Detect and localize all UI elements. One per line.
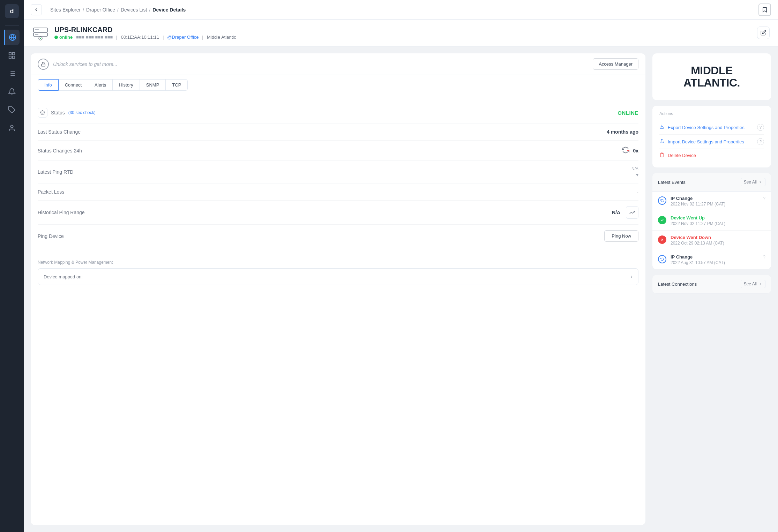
device-ip-masked: ■■■ ■■■ ■■■ ■■■ bbox=[76, 35, 113, 40]
svg-rect-2 bbox=[9, 53, 11, 55]
sidebar-item-boxes[interactable] bbox=[4, 48, 20, 63]
tab-tcp[interactable]: TCP bbox=[166, 79, 188, 91]
app-logo: d bbox=[5, 4, 19, 18]
historical-ping-row: Historical Ping Range N/A bbox=[38, 201, 638, 225]
device-location[interactable]: @Draper Office bbox=[167, 35, 199, 40]
svg-rect-5 bbox=[9, 56, 11, 58]
unlock-banner: Unlock services to get more... Access Ma… bbox=[31, 53, 645, 75]
event-item-2: Device Went Up 2022 Nov 02 11:27 PM (CAT… bbox=[652, 211, 771, 231]
rtd-na-label: N/A bbox=[631, 166, 638, 171]
see-all-label: See All bbox=[744, 180, 757, 185]
breadcrumb-devices[interactable]: Devices List bbox=[121, 7, 147, 13]
event-time-4: 2022 Aug 31 10:57 AM (CAT) bbox=[671, 260, 759, 265]
info-section: Status (30 sec check) ONLINE Last Status… bbox=[31, 95, 645, 254]
event-time-3: 2022 Oct 29 02:13 AM (CAT) bbox=[671, 241, 765, 246]
svg-point-13 bbox=[10, 125, 13, 128]
svg-point-19 bbox=[40, 38, 41, 39]
ping-now-button[interactable]: Ping Now bbox=[604, 230, 638, 242]
event-name-3: Device Went Down bbox=[671, 235, 765, 240]
events-see-all-button[interactable]: See All bbox=[741, 178, 765, 186]
download-icon bbox=[659, 124, 665, 130]
bookmark-button[interactable] bbox=[758, 3, 771, 16]
packet-loss-value: - bbox=[637, 189, 638, 195]
status-row: Status (30 sec check) ONLINE bbox=[38, 102, 638, 123]
connections-card: Latest Connections See All bbox=[652, 275, 771, 293]
breadcrumb-sites[interactable]: Sites Explorer bbox=[50, 7, 81, 13]
sidebar-item-user[interactable] bbox=[4, 120, 20, 136]
connections-title: Latest Connections bbox=[658, 282, 697, 287]
packet-loss-label: Packet Loss bbox=[38, 189, 637, 195]
delete-action[interactable]: Delete Device bbox=[659, 149, 764, 162]
right-panel: MIDDLE ATLANTIC. Actions Export Device bbox=[652, 53, 771, 525]
event-content-3: Device Went Down 2022 Oct 29 02:13 AM (C… bbox=[671, 235, 765, 246]
sidebar-item-globe[interactable] bbox=[4, 30, 20, 45]
event-content-4: IP Change 2022 Aug 31 10:57 AM (CAT) bbox=[671, 254, 759, 265]
event-content-2: Device Went Up 2022 Nov 02 11:27 PM (CAT… bbox=[671, 215, 765, 226]
export-help-icon[interactable]: ? bbox=[757, 124, 764, 131]
content-area: Unlock services to get more... Access Ma… bbox=[24, 46, 778, 532]
tab-connect[interactable]: Connect bbox=[59, 79, 88, 91]
export-label: Export Device Settings and Properties bbox=[668, 125, 754, 130]
import-action[interactable]: Import Device Settings and Properties ? bbox=[659, 135, 764, 149]
separator3: | bbox=[202, 35, 203, 40]
tab-snmp[interactable]: SNMP bbox=[140, 79, 166, 91]
historical-ping-label: Historical Ping Range bbox=[38, 210, 612, 215]
event-item-3: Device Went Down 2022 Oct 29 02:13 AM (C… bbox=[652, 231, 771, 250]
event-item-4: IP Change 2022 Aug 31 10:57 AM (CAT) ? bbox=[652, 250, 771, 269]
ping-rtd-value: N/A ▾ bbox=[631, 166, 638, 178]
actions-title: Actions bbox=[659, 111, 764, 116]
events-card: Latest Events See All bbox=[652, 173, 771, 269]
upload-icon bbox=[659, 138, 665, 145]
packet-loss-row: Packet Loss - bbox=[38, 183, 638, 201]
historical-ping-na: N/A bbox=[612, 210, 620, 215]
edit-device-button[interactable] bbox=[757, 27, 770, 39]
event-dot-3 bbox=[658, 235, 666, 244]
last-status-value: 4 months ago bbox=[607, 129, 638, 135]
breadcrumb-current: Device Details bbox=[152, 7, 186, 13]
connections-see-all-button[interactable]: See All bbox=[741, 280, 765, 288]
device-status: online bbox=[54, 35, 73, 40]
events-header: Latest Events See All bbox=[652, 173, 771, 192]
left-panel: Unlock services to get more... Access Ma… bbox=[31, 53, 645, 525]
latest-ping-label: Latest Ping RTD bbox=[38, 169, 631, 175]
event-content-1: IP Change 2022 Nov 02 11:27 PM (CAT) bbox=[671, 196, 759, 207]
import-help-icon[interactable]: ? bbox=[757, 138, 764, 145]
device-mac: 00:1E:AA:10:11:11 bbox=[121, 35, 159, 40]
device-mapped-row[interactable]: Device mapped on: › bbox=[38, 268, 638, 285]
access-manager-button[interactable]: Access Manager bbox=[593, 58, 638, 70]
tab-info[interactable]: Info bbox=[38, 79, 59, 91]
sidebar-item-list[interactable] bbox=[4, 66, 20, 81]
unlock-text: Unlock services to get more... bbox=[53, 61, 589, 67]
trend-button[interactable] bbox=[626, 206, 638, 219]
event-dot-4 bbox=[658, 255, 666, 263]
sidebar-item-bell[interactable] bbox=[4, 84, 20, 99]
tab-history[interactable]: History bbox=[113, 79, 140, 91]
back-button[interactable] bbox=[31, 4, 42, 15]
status-changes-value: 0x bbox=[622, 146, 638, 155]
svg-rect-4 bbox=[13, 56, 15, 58]
tabs-container: Info Connect Alerts History SNMP TCP bbox=[31, 75, 645, 95]
connections-see-all-label: See All bbox=[744, 282, 757, 286]
ping-device-label: Ping Device bbox=[38, 233, 604, 239]
event-item-1: IP Change 2022 Nov 02 11:27 PM (CAT) ? bbox=[652, 192, 771, 211]
event-dot-1 bbox=[658, 196, 666, 205]
import-label: Import Device Settings and Properties bbox=[668, 139, 754, 144]
last-status-change-row: Last Status Change 4 months ago bbox=[38, 123, 638, 141]
svg-rect-14 bbox=[33, 28, 47, 32]
sidebar-item-puzzle[interactable] bbox=[4, 102, 20, 118]
delete-label: Delete Device bbox=[668, 153, 764, 158]
status-label-container: Status (30 sec check) bbox=[38, 108, 618, 118]
device-header: UPS-RLINKCARD online ■■■ ■■■ ■■■ ■■■ | 0… bbox=[24, 20, 778, 46]
event-name-4: IP Change bbox=[671, 254, 759, 260]
breadcrumb-draper[interactable]: Draper Office bbox=[86, 7, 115, 13]
status-changes-label: Status Changes 24h bbox=[38, 148, 622, 153]
event-dot-2 bbox=[658, 216, 666, 224]
tab-alerts[interactable]: Alerts bbox=[88, 79, 113, 91]
export-action[interactable]: Export Device Settings and Properties ? bbox=[659, 120, 764, 135]
device-info: UPS-RLINKCARD online ■■■ ■■■ ■■■ ■■■ | 0… bbox=[54, 26, 751, 40]
gear-icon bbox=[38, 108, 47, 118]
event-question-1: ? bbox=[763, 196, 765, 201]
event-question-4: ? bbox=[763, 254, 765, 260]
rtd-arrow-icon: ▾ bbox=[636, 172, 638, 178]
status-changes-row: Status Changes 24h 0x bbox=[38, 141, 638, 161]
